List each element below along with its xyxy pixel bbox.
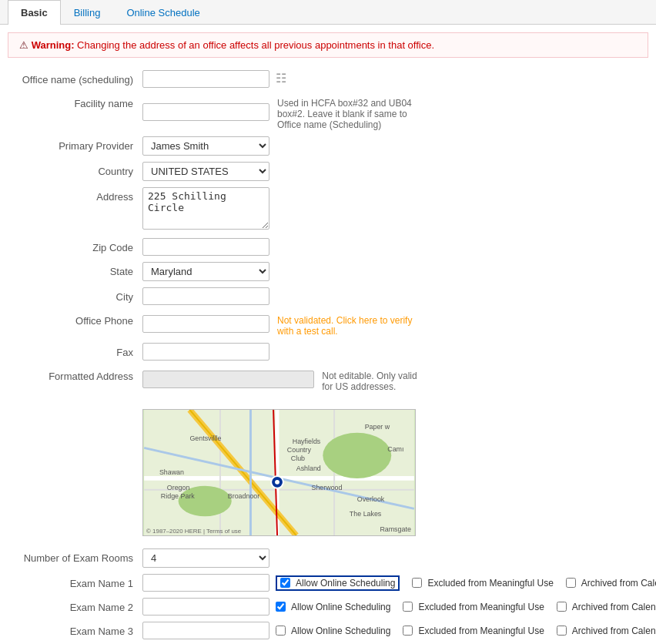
exam-1-excluded-group: Excluded from Meaningful Use <box>412 578 553 589</box>
exam-3-allow-online-group: Allow Online Scheduling <box>276 626 390 636</box>
facility-name-label: Facility name <box>15 94 142 109</box>
exam-2-excluded-checkbox[interactable] <box>403 602 413 612</box>
warning-text: Changing the address of an office affect… <box>77 39 434 51</box>
exam-2-allow-online-group: Allow Online Scheduling <box>276 602 390 612</box>
exam-3-archived-label: Archived from Calendar <box>572 626 656 636</box>
exam-1-archived-checkbox[interactable] <box>566 578 576 588</box>
formatted-address-input: 225 Schilling Cir, Hunt Valley, MD 21031… <box>142 371 314 388</box>
country-row: Country UNITED STATES <box>15 162 641 181</box>
formatted-address-note: Not editable. Only valid for US addresse… <box>322 367 427 392</box>
exam-3-excluded-group: Excluded from Meaningful Use <box>403 626 544 636</box>
svg-text:Camı: Camı <box>387 445 403 453</box>
address-control: 225 Schilling Circle <box>142 187 427 232</box>
office-name-control: Primary Office ☷ <box>142 70 427 88</box>
office-name-label: Office name (scheduling) <box>15 70 142 86</box>
svg-text:Hayfields: Hayfields <box>293 438 321 445</box>
svg-text:Broadnoor: Broadnoor <box>228 492 259 500</box>
svg-text:Sherwood: Sherwood <box>311 484 342 491</box>
exam-3-excluded-label: Excluded from Meaningful Use <box>418 626 544 636</box>
exam-3-excluded-checkbox[interactable] <box>403 626 413 636</box>
svg-text:Ramsgate: Ramsgate <box>380 525 411 533</box>
exam-3-allow-online-checkbox[interactable] <box>276 626 286 636</box>
svg-text:Paper w: Paper w <box>365 423 390 431</box>
svg-text:Club: Club <box>291 454 305 462</box>
fax-label: Fax <box>15 343 142 358</box>
city-label: City <box>15 287 142 303</box>
fax-input[interactable]: 301-850-2018 <box>142 343 269 361</box>
exam-3-allow-online-label: Allow Online Scheduling <box>291 626 390 636</box>
state-label: State <box>15 262 142 277</box>
exam-rooms-count-label: Number of Exam Rooms <box>15 548 142 564</box>
svg-point-8 <box>323 433 391 478</box>
address-label: Address <box>15 187 142 203</box>
facility-name-note: Used in HCFA box#32 and UB04 box#2. Leav… <box>277 94 427 130</box>
phone-validation-note: Not validated. Click here to verify with… <box>277 311 427 337</box>
exam-1-allow-online-checkbox[interactable] <box>280 578 290 588</box>
svg-text:© 1987–2020 HERE | Terms of us: © 1987–2020 HERE | Terms of use <box>146 528 242 535</box>
tab-basic[interactable]: Basic <box>8 0 61 25</box>
zip-code-input[interactable]: Baltimore <box>142 238 269 256</box>
formatted-address-control: 225 Schilling Cir, Hunt Valley, MD 21031… <box>142 367 427 392</box>
svg-text:Gentsvillle: Gentsvillle <box>189 434 221 442</box>
exam-rooms-count-row: Number of Exam Rooms 123456 <box>15 548 641 568</box>
fax-control: 301-850-2018 <box>142 343 427 361</box>
exam-name-2-label: Exam Name 2 <box>15 598 142 613</box>
exam-rooms-count-select[interactable]: 123456 <box>142 548 269 568</box>
svg-text:Overlook: Overlook <box>357 495 385 503</box>
primary-provider-select[interactable]: James Smith <box>142 136 269 156</box>
exam-name-2-controls: Exam 2 Allow Online Scheduling Excluded … <box>142 598 656 615</box>
exam-2-excluded-group: Excluded from Meaningful Use <box>403 602 544 612</box>
exam-name-1-row: Exam Name 1 Exam 1 Allow Online Scheduli… <box>15 574 641 592</box>
tab-billing[interactable]: Billing <box>61 0 114 25</box>
exam-name-3-label: Exam Name 3 <box>15 622 142 637</box>
office-phone-control: (443) 555-5555 Not validated. Click here… <box>142 311 427 337</box>
address-row: Address 225 Schilling Circle <box>15 187 641 232</box>
office-name-input[interactable]: Primary Office <box>142 70 269 88</box>
exam-name-1-input[interactable]: Exam 1 <box>142 574 269 592</box>
formatted-address-label: Formatted Address <box>15 367 142 382</box>
exam-name-2-row: Exam Name 2 Exam 2 Allow Online Scheduli… <box>15 598 641 615</box>
state-row: State Maryland <box>15 262 641 281</box>
svg-text:The Lakes: The Lakes <box>350 510 382 518</box>
exam-name-3-input[interactable]: Exam 3 <box>142 622 269 639</box>
svg-text:Oregon: Oregon <box>167 484 190 491</box>
country-select[interactable]: UNITED STATES <box>142 162 269 181</box>
exam-1-excluded-checkbox[interactable] <box>412 578 422 588</box>
state-select[interactable]: Maryland <box>142 262 269 281</box>
tab-bar: Basic Billing Online Schedule <box>0 0 656 25</box>
office-name-row: Office name (scheduling) Primary Office … <box>15 70 641 88</box>
country-label: Country <box>15 162 142 177</box>
country-control: UNITED STATES <box>142 162 427 181</box>
tab-online-schedule[interactable]: Online Schedule <box>113 0 213 25</box>
exam-3-archived-group: Archived from Calendar <box>557 626 656 636</box>
exam-2-allow-online-checkbox[interactable] <box>276 602 286 612</box>
address-textarea[interactable]: 225 Schilling Circle <box>142 187 269 230</box>
form-section: Office name (scheduling) Primary Office … <box>0 65 656 406</box>
fax-row: Fax 301-850-2018 <box>15 343 641 361</box>
formatted-address-row: Formatted Address 225 Schilling Cir, Hun… <box>15 367 641 392</box>
svg-text:Ashland: Ashland <box>296 465 321 472</box>
svg-text:Ridge Park: Ridge Park <box>161 492 195 500</box>
zip-code-control: Baltimore <box>142 238 427 256</box>
svg-point-29 <box>275 480 279 485</box>
exam-rooms-count-control: 123456 <box>142 548 427 568</box>
exam-2-archived-checkbox[interactable] <box>557 602 567 612</box>
exam-name-2-input[interactable]: Exam 2 <box>142 598 269 615</box>
city-input[interactable]: 21212 <box>142 287 269 305</box>
warning-label: Warning: <box>32 39 75 51</box>
exam-1-archived-group: Archived from Calendar <box>566 578 656 589</box>
office-phone-label: Office Phone <box>15 311 142 327</box>
office-phone-input[interactable]: (443) 555-5555 <box>142 315 269 333</box>
exam-3-archived-checkbox[interactable] <box>557 626 567 636</box>
facility-name-input[interactable] <box>142 103 269 121</box>
svg-text:Country: Country <box>287 446 312 454</box>
primary-provider-control: James Smith <box>142 136 427 156</box>
map-svg: Hayfields Country Club Shawan Oregon Rid… <box>143 410 415 535</box>
primary-provider-label: Primary Provider <box>15 136 142 152</box>
phone-validation-link[interactable]: Not validated. Click here to verify with… <box>277 315 412 337</box>
city-control: 21212 <box>142 287 427 305</box>
facility-name-row: Facility name Used in HCFA box#32 and UB… <box>15 94 641 130</box>
exam-name-1-controls: Exam 1 Allow Online Scheduling Excluded … <box>142 574 656 592</box>
facility-name-control: Used in HCFA box#32 and UB04 box#2. Leav… <box>142 94 427 130</box>
exam-2-archived-group: Archived from Calendar <box>557 602 656 612</box>
